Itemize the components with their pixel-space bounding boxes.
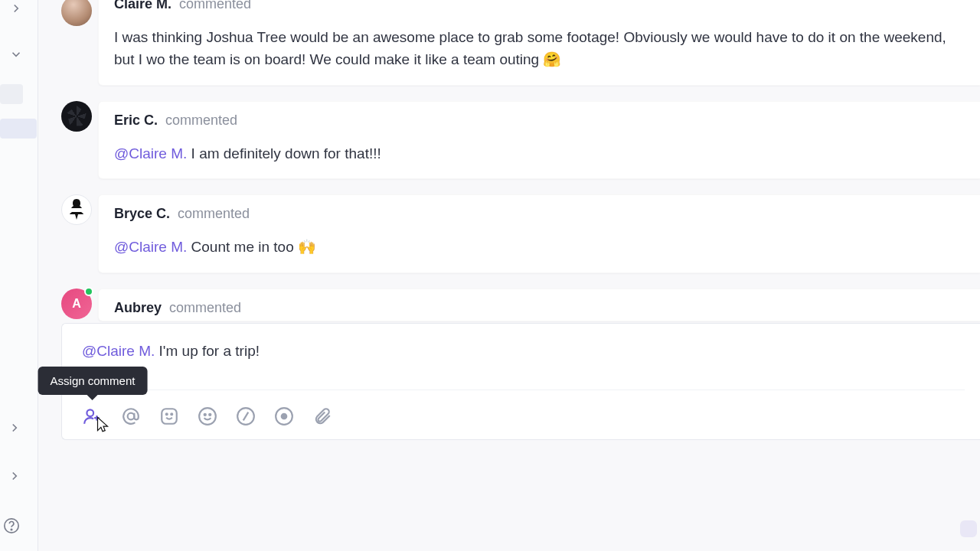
avatar[interactable] (61, 194, 92, 225)
comment-body: @Claire M. I am definitely down for that… (114, 142, 965, 165)
help-icon[interactable] (3, 517, 20, 537)
comment-meta: commented (179, 0, 251, 12)
chevron-right-icon[interactable] (8, 421, 21, 438)
comment-bubble: Claire M. commented I was thinking Joshu… (98, 0, 980, 86)
svg-point-9 (209, 414, 211, 416)
svg-point-3 (128, 413, 135, 420)
comments-panel: Claire M. commented I was thinking Joshu… (38, 0, 980, 551)
sidebar-item-active[interactable] (0, 119, 37, 139)
comment-body: @Claire M. Count me in too 🙌 (114, 236, 965, 258)
avatar[interactable]: A (61, 289, 92, 319)
comment: Eric C. commented @Claire M. I am defini… (61, 101, 980, 179)
comment-meta: commented (169, 300, 241, 316)
svg-point-8 (204, 414, 206, 416)
comment-author: Bryce C. (114, 206, 170, 222)
svg-point-6 (171, 414, 172, 416)
comment-bubble: Bryce C. commented @Claire M. Count me i… (98, 194, 980, 272)
svg-point-1 (11, 529, 11, 530)
comment-author: Eric C. (114, 112, 158, 129)
mention[interactable]: @Claire M. (114, 239, 187, 255)
sidebar-rail (0, 0, 38, 551)
chevron-down-icon[interactable] (9, 47, 23, 64)
attachment-button[interactable] (312, 406, 333, 427)
record-button[interactable] (273, 406, 295, 427)
comment: Bryce C. commented @Claire M. Count me i… (61, 194, 980, 272)
mention[interactable]: @Claire M. (82, 343, 155, 359)
ai-assist-button[interactable] (158, 406, 180, 427)
comment-body: I was thinking Joshua Tree would be an a… (114, 26, 965, 71)
sidebar-item[interactable] (0, 84, 23, 104)
online-indicator (84, 287, 93, 296)
emoji-button[interactable] (197, 406, 218, 427)
svg-point-5 (166, 414, 168, 416)
comment-bubble: Eric C. commented @Claire M. I am defini… (98, 101, 980, 179)
comment-input-text[interactable]: @Claire M. I'm up for a trip! (82, 331, 965, 383)
comment: Claire M. commented I was thinking Joshu… (61, 0, 980, 86)
svg-rect-4 (162, 409, 177, 425)
chevron-right-icon[interactable] (8, 469, 21, 486)
mention[interactable]: @Claire M. (114, 145, 187, 161)
comment-meta: commented (165, 112, 237, 129)
comment-author: Claire M. (114, 0, 172, 12)
avatar[interactable] (61, 0, 92, 26)
tooltip: Assign comment (38, 367, 148, 395)
comment-editor: A Aubrey commented (61, 289, 980, 321)
avatar[interactable] (61, 101, 92, 132)
editor-toolbar: Assign comment (82, 390, 965, 427)
comment-author: Aubrey (114, 300, 162, 316)
at-mention-button[interactable] (120, 406, 142, 427)
assign-person-button[interactable]: Assign comment (82, 406, 103, 427)
slash-command-button[interactable] (235, 406, 256, 427)
comment-bubble: Aubrey commented (98, 289, 980, 321)
svg-point-12 (281, 413, 288, 420)
chevron-right-icon[interactable] (9, 2, 23, 18)
send-button[interactable] (960, 520, 977, 537)
comment-meta: commented (178, 206, 250, 222)
comment-input-area[interactable]: @Claire M. I'm up for a trip! Assign com… (61, 323, 980, 441)
svg-point-2 (87, 410, 93, 417)
avatar-initial: A (72, 297, 81, 311)
svg-point-7 (199, 408, 216, 425)
